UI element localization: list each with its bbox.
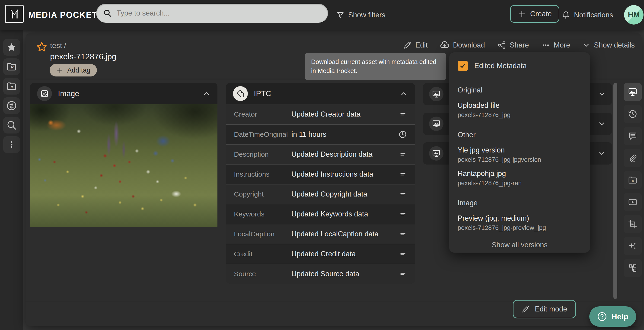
rail-preview-button[interactable]	[624, 83, 642, 101]
iptc-row-localcaption[interactable]: LocalCaption Updated LocalCaption data	[226, 224, 415, 244]
rail-collections-button[interactable]: c	[624, 171, 642, 189]
ai-sparkles-icon	[628, 241, 638, 251]
transfer-arrows-icon	[6, 100, 17, 111]
menu-section-other: Other	[458, 131, 582, 139]
iptc-row-copyright[interactable]: Copyright Updated Copyright data	[226, 184, 415, 204]
svg-text:P: P	[11, 65, 14, 70]
search-icon	[6, 120, 17, 130]
chevron-down-icon[interactable]	[598, 149, 606, 158]
menu-item-rantapohja-jpg[interactable]: Rantapohja jpg	[458, 170, 582, 178]
user-avatar[interactable]: HM	[624, 5, 644, 24]
share-button[interactable]: Share	[497, 40, 529, 50]
menu-item-filename: pexels-712876_jpg-ran	[458, 180, 582, 187]
rail-history-button[interactable]	[624, 105, 642, 123]
search-icon	[103, 9, 112, 18]
notifications-button[interactable]: Notifications	[562, 0, 613, 30]
avatar-initials: HM	[628, 10, 640, 19]
iptc-card-title: IPTC	[254, 89, 394, 98]
rail-hierarchy-button[interactable]	[624, 259, 642, 277]
add-tag-button[interactable]: Add tag	[50, 64, 97, 76]
equals-icon	[399, 150, 407, 158]
edited-metadata-checkbox-row[interactable]: Edited Metadata	[458, 60, 582, 72]
asset-photo-wildflower-meadow[interactable]	[30, 104, 218, 227]
sidebar-projects-folder-button[interactable]: P	[3, 58, 20, 75]
checkbox-checked-icon[interactable]	[458, 61, 468, 71]
edit-label: Edit	[416, 41, 428, 49]
monitor-image-icon	[628, 87, 638, 97]
download-button[interactable]: Download	[440, 40, 485, 50]
svg-text:c: c	[11, 84, 13, 89]
show-all-versions-link[interactable]: Show all versions	[458, 241, 582, 249]
notifications-label: Notifications	[574, 11, 613, 19]
help-button[interactable]: Help	[589, 306, 636, 327]
search-bar[interactable]	[96, 4, 328, 23]
chevron-down-icon[interactable]	[598, 120, 606, 128]
folder-c-icon: c	[628, 175, 638, 185]
equals-icon	[399, 190, 407, 198]
sidebar-collections-folder-button[interactable]: c	[3, 78, 20, 94]
equals-icon	[399, 170, 407, 178]
pencil-icon	[521, 305, 530, 314]
menu-section-image: Image	[458, 199, 582, 207]
download-menu: Edited Metadata Original Uploaded file p…	[449, 52, 590, 252]
filter-funnel-icon	[336, 11, 344, 19]
star-icon	[6, 42, 17, 52]
plus-icon	[518, 10, 526, 18]
chevron-down-icon	[582, 41, 590, 49]
menu-item-preview-jpg-medium[interactable]: Preview (jpg, medium)	[458, 214, 582, 222]
create-label: Create	[530, 10, 552, 18]
comments-icon	[628, 131, 638, 141]
iptc-row-keywords[interactable]: Keywords Updated Keywords data	[226, 204, 415, 224]
download-label: Download	[453, 41, 485, 49]
rail-crop-image-button[interactable]	[624, 215, 642, 233]
show-details-label: Show details	[594, 41, 635, 49]
chevron-down-icon[interactable]	[598, 90, 606, 98]
app-logo[interactable]	[5, 5, 24, 23]
rail-comments-button[interactable]	[624, 127, 642, 145]
rail-attachments-button[interactable]	[624, 149, 642, 167]
menu-item-uploaded-file[interactable]: Uploaded file	[458, 101, 582, 110]
rail-video-button[interactable]	[624, 193, 642, 211]
edit-button[interactable]: Edit	[403, 41, 428, 50]
image-card-header[interactable]: Image	[30, 83, 218, 104]
edit-mode-button[interactable]: Edit mode	[513, 300, 576, 318]
favorite-star-icon[interactable]	[36, 41, 48, 53]
sidebar-search-button[interactable]	[3, 117, 20, 134]
more-button[interactable]: More	[541, 40, 570, 50]
rail-ai-tools-button[interactable]	[624, 237, 642, 255]
share-label: Share	[510, 41, 529, 49]
iptc-row-credit[interactable]: Credit Updated Credit data	[226, 244, 415, 264]
menu-item-yle-jpg-version[interactable]: Yle jpg version	[458, 146, 582, 154]
breadcrumb[interactable]: test /	[50, 41, 66, 50]
iptc-row-datetimeoriginal[interactable]: DateTimeOriginal in 11 hours	[226, 124, 415, 144]
share-nodes-icon	[497, 40, 506, 50]
iptc-row-source[interactable]: Source Updated Source data	[226, 264, 415, 284]
equals-icon	[399, 250, 407, 258]
sidebar-transfers-button[interactable]	[3, 97, 20, 114]
chevron-up-icon[interactable]	[400, 90, 408, 98]
edited-metadata-label: Edited Metadata	[474, 62, 527, 70]
chevron-up-icon[interactable]	[202, 90, 210, 98]
monitor-image-icon	[429, 116, 444, 131]
video-play-icon	[628, 197, 638, 207]
svg-text:c: c	[632, 178, 634, 183]
kebab-menu-icon	[7, 140, 16, 150]
show-details-button[interactable]: Show details	[582, 41, 635, 49]
folder-p-icon: P	[6, 62, 17, 72]
iptc-row-description[interactable]: Description Updated Description data	[226, 144, 415, 164]
plus-icon	[56, 66, 64, 74]
sidebar-favorites-button[interactable]	[3, 39, 20, 56]
search-input[interactable]	[116, 9, 321, 18]
show-filters-button[interactable]: Show filters	[336, 0, 385, 30]
iptc-row-instructions[interactable]: Instructions Updated Instructions data	[226, 164, 415, 184]
show-filters-label: Show filters	[348, 11, 385, 19]
vertical-scrollbar[interactable]	[614, 83, 617, 299]
menu-section-original: Original	[458, 86, 582, 94]
menu-divider	[449, 78, 590, 78]
iptc-card-header[interactable]: IPTC	[226, 83, 415, 104]
download-tooltip: Download current asset with metadata edi…	[305, 53, 446, 80]
sidebar-more-menu-button[interactable]	[3, 136, 20, 153]
create-button[interactable]: Create	[510, 5, 560, 23]
iptc-row-creator[interactable]: Creator Updated Creator data	[226, 104, 415, 124]
left-sidebar: P c	[0, 30, 23, 330]
